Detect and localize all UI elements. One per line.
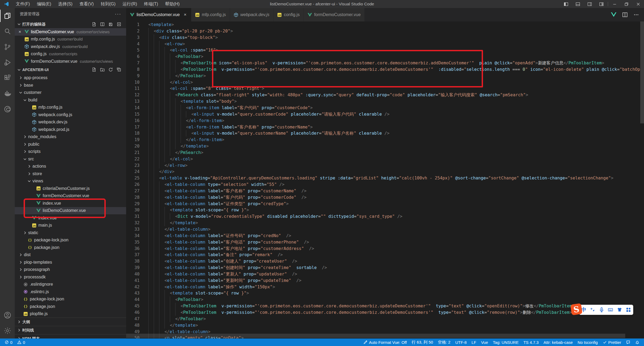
activity-run-debug-icon[interactable] xyxy=(0,55,15,70)
code-line-14[interactable]: 14<el-form-item label="客户代码" prop="custo… xyxy=(126,105,644,111)
save-all-icon[interactable] xyxy=(108,22,113,27)
statusbar-0[interactable]: 0 xyxy=(15,340,27,345)
tree-item-processgraph[interactable]: processgraph xyxy=(15,266,126,274)
code-line-2[interactable]: 2<div class="pl-20 pr-20 pb-20"> xyxy=(126,28,644,34)
section-时间线[interactable]: 时间线 xyxy=(15,326,126,334)
tree-item-customer[interactable]: customer xyxy=(15,89,126,97)
activity-edge-icon[interactable] xyxy=(0,101,15,117)
layout-sidebar-icon[interactable] xyxy=(560,0,572,8)
code-line-48[interactable]: 48</template> xyxy=(126,322,644,329)
menu-item-2[interactable]: 选择(S) xyxy=(55,0,76,8)
tree-item-main.js[interactable]: JSmain.js xyxy=(15,222,126,229)
tree-item-scripts[interactable]: scripts xyxy=(15,148,126,156)
tree-item-mfp.config.js[interactable]: JSmfp.config.js xyxy=(15,104,126,111)
keyboard-icon[interactable] xyxy=(608,307,613,312)
code-line-15[interactable]: 15<el-input v-model="query.customerCode"… xyxy=(126,111,644,117)
tree-item-webpack.dev.js[interactable]: webpack.dev.js xyxy=(15,119,126,126)
tree-item-actions[interactable]: actions xyxy=(15,163,126,170)
statusbar-LF[interactable]: LF xyxy=(469,340,479,345)
split-editor-icon[interactable] xyxy=(622,12,628,18)
activity-account-icon[interactable] xyxy=(0,307,15,323)
activity-source-control-icon[interactable] xyxy=(0,39,15,55)
close-icon[interactable] xyxy=(632,0,644,8)
menu-item-7[interactable]: 帮助(H) xyxy=(162,0,183,8)
statusbar-TS-4-7-3[interactable]: TS 4.7.3 xyxy=(521,340,541,345)
new-file-icon[interactable] xyxy=(92,67,96,72)
layout-panel-icon[interactable] xyxy=(572,0,584,8)
code-line-1[interactable]: 1<template> xyxy=(126,21,644,28)
close-all-icon[interactable] xyxy=(117,22,121,27)
tree-item-formDemoCustomer.vue[interactable]: formDemoCustomer.vue xyxy=(15,192,126,200)
collapse-all-icon[interactable] xyxy=(117,67,121,72)
code-line-47[interactable]: 47</PmToolbar> xyxy=(126,316,644,322)
statusbar-空格-2[interactable]: 空格: 2 xyxy=(436,340,453,345)
code-line-20[interactable]: 20</template> xyxy=(126,143,644,149)
tree-item-static[interactable]: static xyxy=(15,229,126,237)
punctuation-icon[interactable] xyxy=(590,307,595,312)
code-line-36[interactable]: 36<el-table-column label="客户地址" prop="cu… xyxy=(126,245,644,252)
mic-icon[interactable] xyxy=(599,307,604,312)
tree-item-processsdk[interactable]: processsdk xyxy=(15,273,126,281)
code-line-30[interactable]: 30<template slot-scope="{ row }"> xyxy=(126,207,644,213)
tree-item-webpack.config.js[interactable]: webpack.config.js xyxy=(15,111,126,119)
tree-item-store[interactable]: store xyxy=(15,170,126,178)
section-大纲[interactable]: 大纲 xyxy=(15,318,126,326)
activity-extensions-icon[interactable] xyxy=(0,70,15,86)
menu-item-4[interactable]: 转到(G) xyxy=(97,0,119,8)
statusbar-行-63-列-50[interactable]: 行 63, 列 50 xyxy=(409,340,436,345)
restore-icon[interactable] xyxy=(620,0,632,8)
code-line-37[interactable]: 37<el-table-column label="备注" prop="rema… xyxy=(126,252,644,258)
statusbar-Prettier[interactable]: Prettier xyxy=(600,340,624,345)
code-line-17[interactable]: 17<el-form-item label="客户名称" prop="custo… xyxy=(126,124,644,130)
code-line-9[interactable]: 9</PmToolbar> xyxy=(126,73,644,79)
tree-item-node_modules[interactable]: node_modules xyxy=(15,133,126,141)
tree-item-plop-templates[interactable]: plop-templates xyxy=(15,259,126,266)
tree-item-index.vue[interactable]: index.vue xyxy=(15,200,126,207)
statusbar-0[interactable]: 0 xyxy=(2,340,15,345)
open-editor-webpack.dev.js[interactable]: webpack.dev.jscustomer\build xyxy=(15,43,126,50)
tree-item-.eslintrc.js[interactable]: .eslintrc.js xyxy=(15,288,126,296)
code-line-33[interactable]: 33</el-table-column> xyxy=(126,226,644,233)
code-line-42[interactable]: 42<el-table-column label="操作" width="150… xyxy=(126,284,644,290)
code-line-41[interactable]: 41<el-table-column label="更新时间" prop="up… xyxy=(126,277,644,284)
tree-item-app-process[interactable]: app-process xyxy=(15,74,126,82)
tree-item-package.json[interactable]: {}package.json xyxy=(15,244,126,251)
tree-item-build[interactable]: build xyxy=(15,96,126,104)
statusbar-Vue[interactable]: Vue xyxy=(479,340,491,345)
code-line-10[interactable]: 10</el-col> xyxy=(126,79,644,86)
new-folder-icon[interactable] xyxy=(100,67,105,72)
activity-search-icon[interactable] xyxy=(0,24,15,39)
menu-item-5[interactable]: 运行(R) xyxy=(119,0,141,8)
code-line-22[interactable]: 22</el-col> xyxy=(126,156,644,162)
toolbox-icon[interactable] xyxy=(626,307,631,312)
code-line-3[interactable]: 3<div class="top-block"> xyxy=(126,34,644,41)
code-line-27[interactable]: 27<el-table-column label="客户名称" prop="cu… xyxy=(126,188,644,194)
code-line-39[interactable]: 39<el-table-column label="创建时间" prop="cr… xyxy=(126,264,644,271)
code-line-31[interactable]: 31<Dict v-model="row.credentialsType" di… xyxy=(126,213,644,220)
code-line-25[interactable]: 25<el-table v-loading="ApiController.que… xyxy=(126,175,644,181)
code-line-43[interactable]: 43<template slot-scope="{ row }"> xyxy=(126,290,644,296)
tab-config.js[interactable]: JSconfig.js xyxy=(273,8,304,21)
statusbar-UTF-8[interactable]: UTF-8 xyxy=(453,340,469,345)
code-editor[interactable]: 1<template>2<div class="pl-20 pr-20 pb-2… xyxy=(126,21,644,338)
tree-item-package-lock.json[interactable]: {}package-lock.json xyxy=(15,296,126,303)
vue-preview-icon[interactable] xyxy=(611,12,617,18)
tree-item-src[interactable]: src xyxy=(15,155,126,163)
open-editors-section-header[interactable]: 打开的编辑器 xyxy=(15,20,126,28)
close-editor-icon[interactable]: × xyxy=(19,29,24,35)
code-line-18[interactable]: 18<el-input v-model="query.customerName"… xyxy=(126,130,644,137)
activity-docker-icon[interactable] xyxy=(0,86,15,101)
code-line-19[interactable]: 19</el-form-item> xyxy=(126,137,644,143)
minimize-icon[interactable] xyxy=(609,0,620,8)
more-actions-icon[interactable] xyxy=(633,12,639,18)
menu-item-1[interactable]: 编辑(E) xyxy=(33,0,54,8)
sogou-logo-icon[interactable]: S xyxy=(570,303,582,315)
statusbar-feedback-icon[interactable] xyxy=(624,340,633,344)
tab-formDemoCustomer.vue[interactable]: formDemoCustomer.vue xyxy=(304,8,365,21)
code-line-11[interactable]: 11<el-col :span="8" class="text-right"> xyxy=(126,85,644,92)
refresh-icon[interactable] xyxy=(108,67,113,72)
code-line-13[interactable]: 13<template slot="body"> xyxy=(126,98,644,105)
tree-item-base[interactable]: base xyxy=(15,82,126,89)
code-line-44[interactable]: 44<PmToolbar> xyxy=(126,296,644,303)
menu-item-3[interactable]: 查看(V) xyxy=(76,0,97,8)
